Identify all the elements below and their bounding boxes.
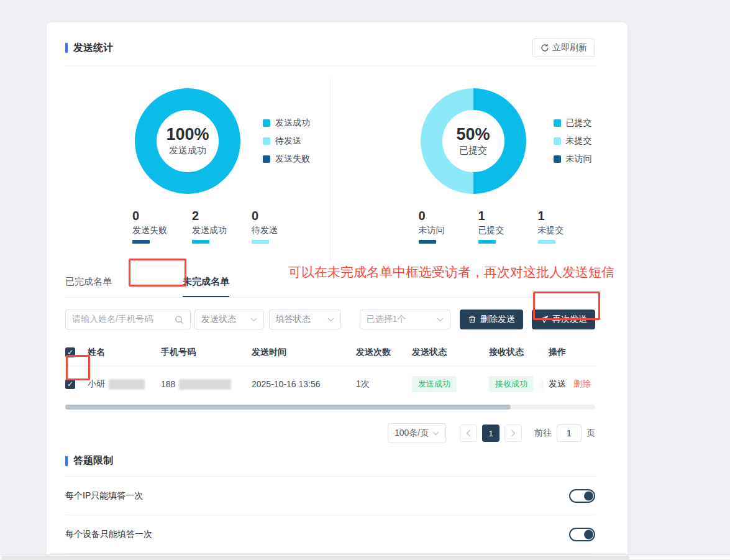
- legend-swatch-lightcyan: [554, 137, 561, 145]
- select-all-checkbox[interactable]: ✓: [65, 347, 75, 357]
- legend-swatch-navy: [554, 155, 561, 163]
- toggle-knob: [584, 530, 593, 539]
- stat-label: 未提交: [538, 225, 586, 236]
- header-name: 姓名: [88, 347, 161, 358]
- page-unit-label: 页: [586, 428, 595, 439]
- limit-row-ip: 每个IP只能填答一次: [65, 477, 595, 515]
- send-stats-title: 发送统计: [65, 42, 113, 55]
- ip-limit-toggle[interactable]: [569, 489, 595, 503]
- legend-item: 发送失败: [263, 154, 310, 165]
- trash-icon: [468, 315, 477, 324]
- legend-item: 待发送: [263, 135, 310, 147]
- send-status-donut-center: 100% 发送成功: [157, 110, 219, 172]
- table-horizontal-scrollbar[interactable]: [65, 405, 595, 410]
- send-stats-title-text: 发送统计: [73, 42, 113, 55]
- legend-swatch-cyan: [263, 119, 270, 127]
- header-send-status: 发送状态: [412, 347, 489, 358]
- submitted-percent: 50%: [456, 126, 490, 143]
- stat-label: 发送失败: [132, 225, 181, 236]
- limit-row-device: 每个设备只能填答一次: [65, 515, 595, 554]
- send-status-select[interactable]: 发送状态: [194, 310, 264, 329]
- legend-swatch-lightcyan: [263, 137, 270, 145]
- page-number-1[interactable]: 1: [482, 425, 500, 442]
- filter-toolbar: 请输入姓名/手机号码 发送状态 填答状态 已选择1个 删除发送: [65, 310, 595, 329]
- search-placeholder: 请输入姓名/手机号码: [72, 314, 153, 325]
- limit-ip-label: 每个IP只能填答一次: [65, 490, 143, 502]
- stat-send-pending: 0 待发送: [252, 209, 300, 244]
- stat-value: 2: [192, 209, 240, 223]
- submit-status-legend: 已提交 未提交 未访问: [554, 117, 592, 165]
- stat-value: 0: [419, 209, 467, 223]
- chevron-down-icon: [432, 431, 439, 436]
- tab-completed-list[interactable]: 已完成名单: [65, 270, 112, 297]
- stat-underline: [538, 240, 555, 244]
- delete-send-button[interactable]: 删除发送: [460, 310, 523, 329]
- header-send-count: 发送次数: [356, 347, 412, 358]
- title-accent-bar: [65, 456, 68, 466]
- stat-label: 已提交: [478, 225, 527, 236]
- header-phone: 手机号码: [161, 347, 252, 358]
- legend-item: 发送成功: [263, 117, 310, 129]
- goto-page-input[interactable]: [557, 425, 582, 442]
- device-limit-toggle[interactable]: [569, 528, 595, 541]
- submit-status-chart: 50% 已提交 已提交 未提交 未访问 0 未访问 1: [331, 79, 596, 261]
- chevron-right-icon: [511, 429, 516, 437]
- scrollbar-thumb[interactable]: [65, 405, 511, 410]
- refresh-label: 立即刷新: [552, 42, 587, 53]
- table-row: ✓ 小研 188 2025-10-16 13:56 1次 发送成功 接收成功 发…: [65, 366, 595, 403]
- legend-label: 发送成功: [275, 117, 310, 129]
- limits-header: 答题限制: [65, 443, 595, 467]
- send-count: 1次: [356, 379, 412, 390]
- recipient-name: 小研: [88, 379, 105, 390]
- submit-status-donut-center: 50% 已提交: [442, 110, 504, 172]
- page-size-select[interactable]: 100条/页: [388, 423, 446, 443]
- next-page-button[interactable]: [504, 425, 522, 442]
- chevron-down-icon: [250, 318, 257, 322]
- refresh-button[interactable]: 立即刷新: [532, 39, 595, 57]
- resend-label: 再次发送: [552, 314, 587, 325]
- legend-item: 未访问: [554, 154, 592, 165]
- stat-label: 未访问: [419, 225, 467, 236]
- delete-send-label: 删除发送: [480, 314, 515, 325]
- legend-item: 未提交: [554, 135, 592, 147]
- stat-label: 待发送: [252, 225, 300, 236]
- legend-label: 未提交: [566, 135, 592, 147]
- stat-not-submitted: 1 未提交: [538, 209, 586, 244]
- page-size-label: 100条/页: [395, 428, 429, 439]
- row-checkbox[interactable]: ✓: [65, 379, 75, 389]
- stat-label: 发送成功: [192, 225, 240, 236]
- send-time: 2025-10-16 13:56: [252, 379, 356, 389]
- stat-underline: [419, 240, 436, 244]
- main-panel: 发送统计 立即刷新 100% 发送成功 发送成功 待发送: [47, 22, 627, 554]
- recipient-phone: 188: [161, 379, 175, 389]
- prev-page-button[interactable]: [460, 425, 477, 442]
- send-status-select-label: 发送状态: [201, 314, 236, 325]
- goto-label: 前往: [534, 428, 552, 439]
- header-receive-status: 接收状态: [489, 347, 544, 358]
- chevron-left-icon: [466, 429, 471, 437]
- search-icon[interactable]: [175, 315, 184, 324]
- table-header-row: ✓ 姓名 手机号码 发送时间 发送次数 发送状态 接收状态 操作: [65, 341, 595, 366]
- redacted-name-block: [109, 379, 145, 390]
- chevron-down-icon: [327, 318, 334, 322]
- row-send-link[interactable]: 发送: [549, 379, 566, 390]
- page-scrollbar-thumb[interactable]: [1, 556, 629, 559]
- redacted-phone-block: [179, 379, 231, 390]
- answer-status-select[interactable]: 填答状态: [269, 310, 341, 329]
- resend-button[interactable]: 再次发送: [532, 310, 595, 329]
- legend-swatch-navy: [263, 155, 270, 163]
- charts-row: 100% 发送成功 发送成功 待发送 发送失败 0 发送失败 2: [65, 79, 595, 261]
- header-divider: [65, 66, 595, 67]
- submit-status-donut: 50% 已提交: [421, 88, 526, 194]
- send-success-percent: 100%: [166, 126, 209, 143]
- send-status-chart: 100% 发送成功 发送成功 待发送 发送失败 0 发送失败 2: [65, 79, 331, 261]
- send-stats-header: 发送统计 立即刷新: [65, 22, 595, 57]
- send-status-stats: 0 发送失败 2 发送成功 0 待发送: [65, 209, 330, 261]
- row-delete-link[interactable]: 删除: [573, 379, 591, 390]
- search-input[interactable]: 请输入姓名/手机号码: [65, 310, 191, 329]
- page-horizontal-scrollbar[interactable]: [0, 554, 730, 560]
- stat-send-success: 2 发送成功: [192, 209, 240, 244]
- tab-incomplete-list[interactable]: 未完成名单: [183, 270, 229, 297]
- stat-underline: [252, 240, 269, 244]
- selected-count-select[interactable]: 已选择1个: [360, 310, 450, 329]
